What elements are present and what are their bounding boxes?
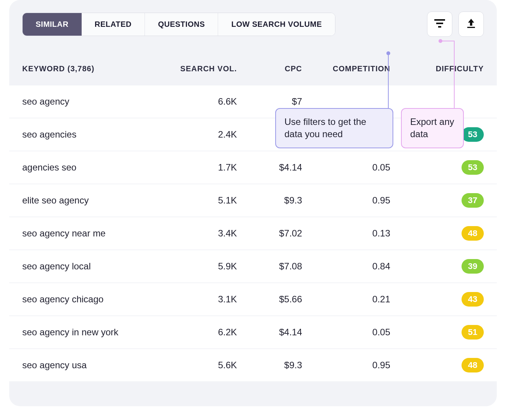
table-row[interactable]: elite seo agency5.1K$9.30.9537 (9, 184, 497, 217)
th-cpc[interactable]: CPC (237, 64, 302, 73)
cell-keyword: agencies seo (22, 162, 160, 173)
tab-low-search-volume[interactable]: LOW SEARCH VOLUME (218, 13, 335, 36)
filter-button[interactable] (427, 11, 452, 37)
cell-search-vol: 6.2K (160, 327, 237, 338)
table-row[interactable]: seo agency local5.9K$7.080.8439 (9, 249, 497, 282)
tab-questions[interactable]: QUESTIONS (145, 13, 218, 36)
keyword-panel: SIMILAR RELATED QUESTIONS LOW SEARCH VOL… (9, 0, 497, 406)
table-row[interactable]: agencies seo1.7K$4.140.0553 (9, 151, 497, 184)
difficulty-pill: 51 (462, 325, 484, 340)
tab-related[interactable]: RELATED (82, 13, 145, 36)
filter-icon (434, 19, 445, 29)
cell-keyword: seo agencies (22, 129, 160, 140)
table-row[interactable]: seo agency chicago3.1K$5.660.2143 (9, 282, 497, 315)
cell-competition: 0.05 (302, 162, 390, 173)
difficulty-pill: 39 (462, 259, 484, 274)
cell-cpc: $7.08 (237, 261, 302, 272)
svg-rect-3 (467, 27, 475, 28)
cell-difficulty: 48 (390, 226, 484, 241)
cell-cpc: $7.02 (237, 228, 302, 239)
th-competition[interactable]: COMPETITION (302, 64, 390, 73)
svg-rect-0 (434, 19, 445, 21)
connector-line (388, 53, 389, 110)
th-search-vol[interactable]: SEARCH VOL. (160, 64, 237, 73)
table-row[interactable]: seo agency near me3.4K$7.020.1348 (9, 217, 497, 249)
export-button[interactable] (458, 11, 484, 37)
upload-icon (466, 18, 476, 30)
cell-cpc: $9.3 (237, 360, 302, 371)
difficulty-pill: 53 (462, 160, 484, 175)
cell-search-vol: 6.6K (160, 96, 237, 107)
cell-competition: 0.21 (302, 294, 390, 305)
tooltip-filter: Use filters to get the data you need (275, 108, 393, 148)
connector-line (454, 41, 455, 110)
cell-competition: 0.95 (302, 195, 390, 206)
cell-search-vol: 5.9K (160, 261, 237, 272)
cell-keyword: seo agency usa (22, 360, 160, 371)
table-row[interactable]: seo agency in new york6.2K$4.140.0551 (9, 315, 497, 348)
cell-difficulty: 53 (390, 160, 484, 175)
th-difficulty[interactable]: DIFFICULTY (390, 64, 484, 73)
cell-keyword: seo agency chicago (22, 294, 160, 305)
cell-competition: 0.95 (302, 360, 390, 371)
cell-cpc: $4.14 (237, 162, 302, 173)
cell-competition: 0.05 (302, 327, 390, 338)
difficulty-pill: 53 (462, 127, 484, 142)
cell-search-vol: 2.4K (160, 129, 237, 140)
cell-cpc: $9.3 (237, 195, 302, 206)
cell-search-vol: 1.7K (160, 162, 237, 173)
cell-difficulty: 48 (390, 358, 484, 372)
cell-keyword: elite seo agency (22, 195, 160, 206)
table-row[interactable]: seo agency usa5.6K$9.30.9548 (9, 348, 497, 381)
th-keyword[interactable]: KEYWORD (3,786) (22, 64, 160, 73)
cell-keyword: seo agency local (22, 261, 160, 272)
cell-competition: 0.84 (302, 261, 390, 272)
cell-difficulty: 37 (390, 193, 484, 208)
cell-cpc: $7 (237, 96, 302, 107)
cell-keyword: seo agency near me (22, 228, 160, 239)
cell-difficulty: 51 (390, 325, 484, 340)
tooltip-export: Export any data (401, 108, 464, 148)
tab-similar[interactable]: SIMILAR (23, 13, 82, 36)
difficulty-pill: 37 (462, 193, 484, 208)
table-header: KEYWORD (3,786) SEARCH VOL. CPC COMPETIT… (9, 48, 497, 85)
difficulty-pill: 48 (462, 226, 484, 241)
cell-search-vol: 3.4K (160, 228, 237, 239)
difficulty-pill: 43 (462, 292, 484, 307)
cell-difficulty: 39 (390, 259, 484, 274)
keyword-table: KEYWORD (3,786) SEARCH VOL. CPC COMPETIT… (9, 48, 497, 381)
topbar: SIMILAR RELATED QUESTIONS LOW SEARCH VOL… (9, 11, 497, 48)
cell-difficulty: 43 (390, 292, 484, 307)
svg-rect-1 (436, 23, 443, 24)
tab-group: SIMILAR RELATED QUESTIONS LOW SEARCH VOL… (22, 13, 335, 36)
connector-line (440, 41, 455, 41)
cell-search-vol: 5.6K (160, 360, 237, 371)
cell-cpc: $5.66 (237, 294, 302, 305)
cell-keyword: seo agency in new york (22, 327, 160, 338)
difficulty-pill: 48 (462, 358, 484, 372)
cell-search-vol: 3.1K (160, 294, 237, 305)
cell-cpc: $4.14 (237, 327, 302, 338)
cell-search-vol: 5.1K (160, 195, 237, 206)
svg-rect-2 (438, 26, 441, 28)
cell-keyword: seo agency (22, 96, 160, 107)
cell-competition: 0.13 (302, 228, 390, 239)
